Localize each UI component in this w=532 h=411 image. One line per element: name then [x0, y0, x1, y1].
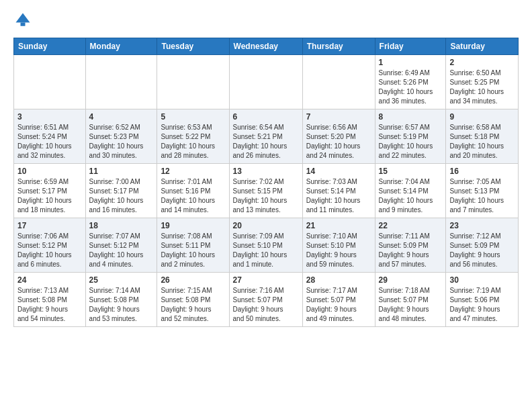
day-number: 3 [17, 112, 82, 122]
col-header-saturday: Saturday [446, 38, 519, 55]
calendar-cell: 27Sunrise: 7:16 AM Sunset: 5:07 PM Dayli… [229, 273, 302, 327]
calendar-cell: 25Sunrise: 7:14 AM Sunset: 5:08 PM Dayli… [85, 273, 157, 327]
day-number: 30 [449, 275, 515, 285]
day-info: Sunrise: 7:08 AM Sunset: 5:11 PM Dayligh… [161, 232, 225, 269]
day-info: Sunrise: 7:01 AM Sunset: 5:16 PM Dayligh… [161, 177, 225, 215]
calendar-week-3: 17Sunrise: 7:06 AM Sunset: 5:12 PM Dayli… [14, 218, 519, 273]
logo-icon [13, 11, 32, 30]
calendar-cell: 2Sunrise: 6:50 AM Sunset: 5:25 PM Daylig… [446, 55, 519, 109]
day-info: Sunrise: 7:17 AM Sunset: 5:07 PM Dayligh… [306, 286, 371, 324]
calendar-cell [157, 55, 229, 109]
day-info: Sunrise: 7:02 AM Sunset: 5:15 PM Dayligh… [233, 177, 299, 215]
calendar-cell: 8Sunrise: 6:57 AM Sunset: 5:19 PM Daylig… [375, 109, 446, 164]
day-info: Sunrise: 7:18 AM Sunset: 5:07 PM Dayligh… [379, 286, 443, 324]
calendar-cell: 21Sunrise: 7:10 AM Sunset: 5:10 PM Dayli… [302, 218, 375, 273]
day-info: Sunrise: 7:04 AM Sunset: 5:14 PM Dayligh… [379, 177, 443, 215]
day-number: 4 [89, 112, 154, 122]
day-info: Sunrise: 7:11 AM Sunset: 5:09 PM Dayligh… [379, 232, 443, 269]
calendar-cell: 23Sunrise: 7:12 AM Sunset: 5:09 PM Dayli… [446, 218, 519, 273]
calendar-cell: 19Sunrise: 7:08 AM Sunset: 5:11 PM Dayli… [157, 218, 229, 273]
day-info: Sunrise: 6:50 AM Sunset: 5:25 PM Dayligh… [449, 68, 515, 106]
col-header-thursday: Thursday [302, 38, 375, 55]
calendar-cell: 28Sunrise: 7:17 AM Sunset: 5:07 PM Dayli… [302, 273, 375, 327]
calendar-cell: 11Sunrise: 7:00 AM Sunset: 5:17 PM Dayli… [85, 164, 157, 218]
calendar-cell: 1Sunrise: 6:49 AM Sunset: 5:26 PM Daylig… [375, 55, 446, 109]
calendar-week-1: 3Sunrise: 6:51 AM Sunset: 5:24 PM Daylig… [14, 109, 519, 164]
col-header-sunday: Sunday [14, 38, 86, 55]
header [13, 11, 519, 30]
day-info: Sunrise: 6:59 AM Sunset: 5:17 PM Dayligh… [17, 177, 82, 215]
day-number: 1 [379, 58, 443, 67]
svg-rect-1 [21, 23, 26, 26]
day-number: 24 [17, 275, 82, 285]
day-number: 8 [379, 112, 443, 122]
day-info: Sunrise: 7:07 AM Sunset: 5:12 PM Dayligh… [89, 232, 154, 269]
day-info: Sunrise: 7:00 AM Sunset: 5:17 PM Dayligh… [89, 177, 154, 215]
calendar-cell: 14Sunrise: 7:03 AM Sunset: 5:14 PM Dayli… [302, 164, 375, 218]
col-header-friday: Friday [375, 38, 446, 55]
calendar-cell: 6Sunrise: 6:54 AM Sunset: 5:21 PM Daylig… [229, 109, 302, 164]
calendar: SundayMondayTuesdayWednesdayThursdayFrid… [13, 38, 519, 327]
day-number: 7 [306, 112, 371, 122]
day-info: Sunrise: 7:19 AM Sunset: 5:06 PM Dayligh… [449, 286, 515, 324]
calendar-header-row: SundayMondayTuesdayWednesdayThursdayFrid… [14, 38, 519, 55]
page: SundayMondayTuesdayWednesdayThursdayFrid… [0, 0, 532, 338]
svg-marker-0 [16, 13, 30, 23]
calendar-cell: 29Sunrise: 7:18 AM Sunset: 5:07 PM Dayli… [375, 273, 446, 327]
calendar-cell: 10Sunrise: 6:59 AM Sunset: 5:17 PM Dayli… [14, 164, 86, 218]
day-info: Sunrise: 7:03 AM Sunset: 5:14 PM Dayligh… [306, 177, 371, 215]
calendar-cell [14, 55, 86, 109]
day-number: 10 [17, 167, 82, 176]
calendar-cell: 9Sunrise: 6:58 AM Sunset: 5:18 PM Daylig… [446, 109, 519, 164]
day-number: 28 [306, 275, 371, 285]
calendar-cell: 26Sunrise: 7:15 AM Sunset: 5:08 PM Dayli… [157, 273, 229, 327]
calendar-cell: 5Sunrise: 6:53 AM Sunset: 5:22 PM Daylig… [157, 109, 229, 164]
day-number: 14 [306, 167, 371, 176]
day-info: Sunrise: 6:58 AM Sunset: 5:18 PM Dayligh… [449, 123, 515, 161]
day-info: Sunrise: 6:53 AM Sunset: 5:22 PM Dayligh… [161, 123, 225, 161]
calendar-cell: 13Sunrise: 7:02 AM Sunset: 5:15 PM Dayli… [229, 164, 302, 218]
day-number: 26 [161, 275, 225, 285]
day-info: Sunrise: 6:49 AM Sunset: 5:26 PM Dayligh… [379, 68, 443, 106]
calendar-week-0: 1Sunrise: 6:49 AM Sunset: 5:26 PM Daylig… [14, 55, 519, 109]
calendar-cell: 16Sunrise: 7:05 AM Sunset: 5:13 PM Dayli… [446, 164, 519, 218]
day-number: 21 [306, 221, 371, 230]
day-info: Sunrise: 6:57 AM Sunset: 5:19 PM Dayligh… [379, 123, 443, 161]
day-info: Sunrise: 6:51 AM Sunset: 5:24 PM Dayligh… [17, 123, 82, 161]
day-number: 18 [89, 221, 154, 230]
day-info: Sunrise: 7:14 AM Sunset: 5:08 PM Dayligh… [89, 286, 154, 324]
day-number: 16 [449, 167, 515, 176]
day-number: 6 [233, 112, 299, 122]
calendar-cell [85, 55, 157, 109]
calendar-week-4: 24Sunrise: 7:13 AM Sunset: 5:08 PM Dayli… [14, 273, 519, 327]
day-number: 25 [89, 275, 154, 285]
calendar-cell: 30Sunrise: 7:19 AM Sunset: 5:06 PM Dayli… [446, 273, 519, 327]
day-number: 17 [17, 221, 82, 230]
calendar-cell: 22Sunrise: 7:11 AM Sunset: 5:09 PM Dayli… [375, 218, 446, 273]
day-number: 19 [161, 221, 225, 230]
day-info: Sunrise: 7:13 AM Sunset: 5:08 PM Dayligh… [17, 286, 82, 324]
day-info: Sunrise: 7:09 AM Sunset: 5:10 PM Dayligh… [233, 232, 299, 269]
day-info: Sunrise: 6:52 AM Sunset: 5:23 PM Dayligh… [89, 123, 154, 161]
day-info: Sunrise: 7:10 AM Sunset: 5:10 PM Dayligh… [306, 232, 371, 269]
calendar-cell: 12Sunrise: 7:01 AM Sunset: 5:16 PM Dayli… [157, 164, 229, 218]
calendar-cell: 20Sunrise: 7:09 AM Sunset: 5:10 PM Dayli… [229, 218, 302, 273]
day-number: 22 [379, 221, 443, 230]
calendar-cell: 15Sunrise: 7:04 AM Sunset: 5:14 PM Dayli… [375, 164, 446, 218]
calendar-cell: 17Sunrise: 7:06 AM Sunset: 5:12 PM Dayli… [14, 218, 86, 273]
day-info: Sunrise: 6:56 AM Sunset: 5:20 PM Dayligh… [306, 123, 371, 161]
day-info: Sunrise: 6:54 AM Sunset: 5:21 PM Dayligh… [233, 123, 299, 161]
col-header-wednesday: Wednesday [229, 38, 302, 55]
logo [13, 11, 35, 30]
day-number: 20 [233, 221, 299, 230]
day-number: 5 [161, 112, 225, 122]
calendar-cell: 24Sunrise: 7:13 AM Sunset: 5:08 PM Dayli… [14, 273, 86, 327]
day-number: 23 [449, 221, 515, 230]
day-number: 15 [379, 167, 443, 176]
calendar-cell [302, 55, 375, 109]
day-number: 11 [89, 167, 154, 176]
day-number: 2 [449, 58, 515, 67]
calendar-cell: 4Sunrise: 6:52 AM Sunset: 5:23 PM Daylig… [85, 109, 157, 164]
col-header-tuesday: Tuesday [157, 38, 229, 55]
calendar-cell: 7Sunrise: 6:56 AM Sunset: 5:20 PM Daylig… [302, 109, 375, 164]
